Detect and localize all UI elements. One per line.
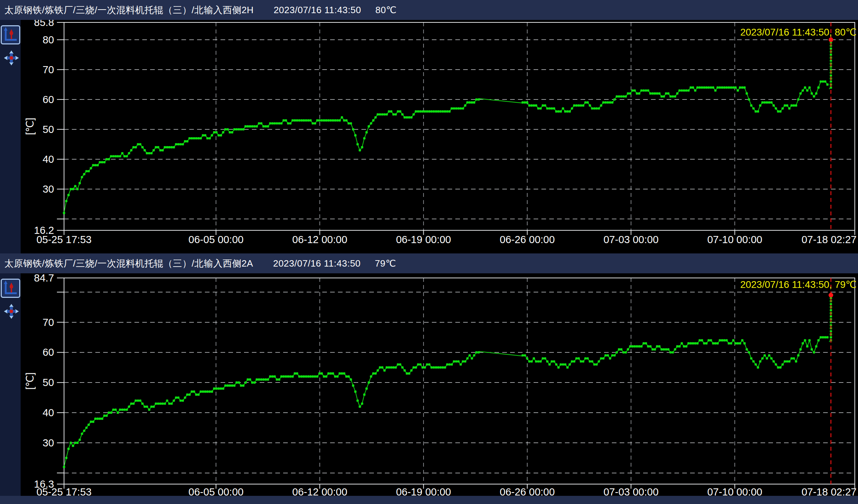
- x-axis: 05-25 17:5306-05 00:0006-12 00:0006-19 0…: [37, 484, 857, 496]
- svg-text:[℃]: [℃]: [24, 372, 36, 390]
- svg-text:07-18 02:27: 07-18 02:27: [801, 234, 857, 245]
- panel2-timestamp: 2023/07/16 11:43:50: [273, 258, 361, 269]
- svg-text:07-03 00:00: 07-03 00:00: [603, 486, 658, 496]
- panel1-current-value: 80℃: [375, 5, 397, 16]
- svg-text:06-19 00:00: 06-19 00:00: [396, 234, 451, 245]
- svg-text:06-05 00:00: 06-05 00:00: [189, 234, 244, 245]
- panel1-timestamp: 2023/07/16 11:43:50: [274, 5, 361, 16]
- trend-chart-2H[interactable]: 85.880706050403016.2[℃]05-25 17:5306-05 …: [0, 20, 858, 253]
- svg-text:70: 70: [43, 64, 54, 75]
- panel2-chart-region: 84.7706050403016.3[℃]05-25 17:5306-05 00…: [0, 273, 858, 496]
- y-gridlines: [64, 292, 855, 473]
- svg-text:40: 40: [43, 154, 54, 165]
- svg-text:40: 40: [43, 407, 54, 418]
- temperature-series: [63, 42, 832, 214]
- svg-text:30: 30: [43, 437, 54, 449]
- cursor-annotation: 2023/07/16 11:43:50, 79℃: [740, 279, 857, 290]
- svg-text:06-26 00:00: 06-26 00:00: [500, 486, 555, 496]
- svg-text:60: 60: [43, 94, 54, 105]
- svg-text:07-18 02:27: 07-18 02:27: [801, 486, 857, 496]
- svg-text:30: 30: [43, 183, 54, 195]
- plot-frame: [64, 22, 855, 230]
- panel2-title: 太原钢铁/炼铁厂/三烧/一次混料机托辊（三）/北输入西侧2A: [4, 257, 253, 270]
- trend-monitor-app: { "panels": [ { "title": "太原钢铁/炼铁厂/三烧/一次…: [0, 0, 858, 504]
- y-axis: 84.7706050403016.3[℃]: [24, 273, 64, 490]
- svg-text:07-10 00:00: 07-10 00:00: [707, 486, 762, 496]
- svg-text:06-12 00:00: 06-12 00:00: [292, 234, 348, 245]
- x-gridlines: [216, 278, 735, 484]
- x-axis: 05-25 17:5306-05 00:0006-12 00:0006-19 0…: [37, 230, 857, 245]
- panel2-header-bar: 太原钢铁/炼铁厂/三烧/一次混料机托辊（三）/北输入西侧2A 2023/07/1…: [0, 253, 858, 273]
- cursor-annotation: 2023/07/16 11:43:50, 80℃: [740, 27, 857, 38]
- svg-text:84.7: 84.7: [34, 273, 54, 284]
- svg-text:06-19 00:00: 06-19 00:00: [396, 486, 451, 496]
- svg-text:[℃]: [℃]: [24, 118, 36, 135]
- x-gridlines: [216, 22, 735, 230]
- svg-text:07-10 00:00: 07-10 00:00: [707, 234, 762, 245]
- svg-text:06-26 00:00: 06-26 00:00: [500, 234, 555, 245]
- svg-text:50: 50: [43, 377, 54, 388]
- y-gridlines: [64, 40, 855, 219]
- svg-text:85.8: 85.8: [34, 20, 54, 28]
- svg-text:05-25 17:53: 05-25 17:53: [37, 486, 92, 496]
- svg-text:80: 80: [43, 34, 54, 45]
- trend-chart-2A[interactable]: 84.7706050403016.3[℃]05-25 17:5306-05 00…: [0, 273, 858, 496]
- cursor-point: [828, 293, 833, 297]
- svg-text:06-05 00:00: 06-05 00:00: [189, 486, 244, 496]
- panel2-current-value: 79℃: [375, 258, 396, 269]
- panel1-title: 太原钢铁/炼铁厂/三烧/一次混料机托辊（三）/北输入西侧2H: [4, 4, 254, 16]
- panel1-chart-region: 85.880706050403016.2[℃]05-25 17:5306-05 …: [0, 20, 858, 253]
- cursor-point: [828, 37, 833, 42]
- panel1-header-bar: 太原钢铁/炼铁厂/三烧/一次混料机托辊（三）/北输入西侧2H 2023/07/1…: [0, 0, 858, 20]
- cursor[interactable]: [828, 278, 833, 484]
- next-panel-header-partial: [0, 496, 858, 504]
- svg-text:07-03 00:00: 07-03 00:00: [603, 234, 658, 245]
- svg-text:50: 50: [43, 124, 54, 135]
- svg-text:05-25 17:53: 05-25 17:53: [37, 234, 92, 245]
- y-axis: 85.880706050403016.2[℃]: [24, 20, 64, 236]
- svg-text:60: 60: [43, 347, 54, 358]
- plot-frame: [64, 278, 855, 484]
- svg-text:70: 70: [43, 317, 54, 328]
- svg-text:06-12 00:00: 06-12 00:00: [292, 486, 348, 496]
